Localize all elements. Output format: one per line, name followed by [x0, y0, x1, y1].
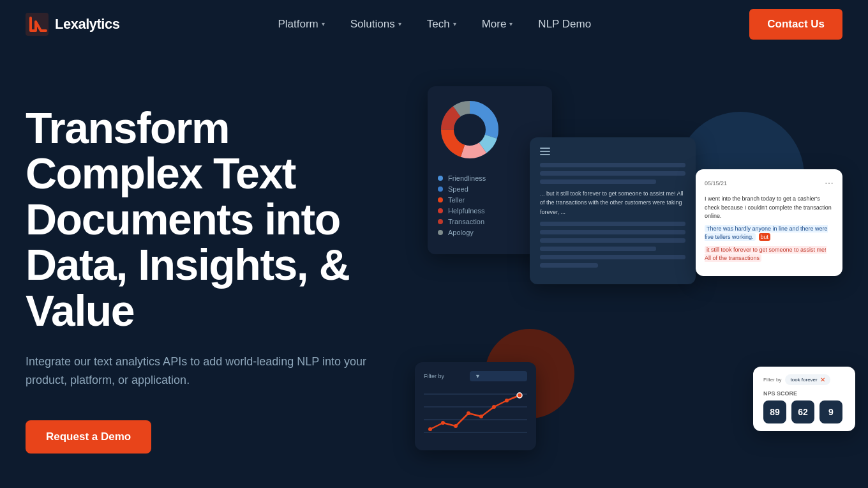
sentiment-text-2: There was hardly anyone in line and ther… — [705, 225, 834, 242]
request-demo-button[interactable]: Request a Demo — [26, 420, 151, 454]
sentiment-text-3: it still took forever to get someone to … — [705, 246, 834, 263]
nps-score-1: 89 — [763, 400, 786, 423]
legend-item: Teller — [438, 196, 542, 204]
legend-item: Helpfulness — [438, 207, 542, 215]
remove-tag-icon[interactable]: ✕ — [820, 376, 825, 383]
line-chart-card: Filter by ▼ — [415, 362, 536, 450]
nav-menu: Platform ▾ Solutions ▾ Tech ▾ More ▾ NLP — [267, 13, 601, 36]
svg-point-19 — [505, 399, 509, 402]
nps-card: Filter by took forever ✕ NPS SCORE 89 62… — [753, 367, 855, 431]
hero-dashboard: Friendliness Speed Teller Helpfulness Tr… — [408, 86, 842, 469]
chevron-down-icon: ▾ — [509, 20, 513, 27]
filter-label: Filter by — [424, 373, 444, 379]
brand-name: Lexalytics — [55, 16, 119, 33]
contact-button[interactable]: Contact Us — [749, 9, 842, 40]
nps-filter-tag[interactable]: took forever ✕ — [785, 374, 830, 385]
svg-point-8 — [456, 116, 484, 144]
chevron-down-icon: ▾ — [398, 20, 401, 27]
donut-chart — [438, 98, 502, 162]
sentiment-header: 05/15/21 ⋯ — [705, 178, 834, 188]
nps-score-2: 62 — [791, 400, 814, 423]
svg-point-18 — [492, 405, 496, 409]
nav-item-more[interactable]: More ▾ — [472, 13, 523, 36]
hero-content: Transform Complex Text Documents into Da… — [26, 86, 408, 454]
filter-bar: Filter by ▼ — [424, 371, 527, 381]
navbar: Lexalytics Platform ▾ Solutions ▾ Tech ▾… — [0, 0, 868, 48]
menu-icon — [540, 148, 550, 155]
svg-point-20 — [517, 393, 522, 398]
nps-filter: Filter by took forever ✕ — [763, 374, 845, 385]
sentiment-card: 05/15/21 ⋯ I went into the branch today … — [696, 169, 842, 276]
svg-point-16 — [467, 411, 470, 415]
legend-item: Transaction — [438, 218, 542, 225]
legend-dot — [438, 176, 443, 181]
nav-item-nlp-demo[interactable]: NLP Demo — [528, 13, 601, 36]
document-text: ... but it still took forever to get som… — [540, 163, 685, 268]
svg-point-14 — [441, 421, 445, 425]
legend-dot — [438, 219, 443, 224]
sentiment-text-1: I went into the branch today to get a ca… — [705, 195, 834, 221]
nav-item-tech[interactable]: Tech ▾ — [417, 13, 467, 36]
svg-point-15 — [454, 424, 458, 428]
more-options-icon[interactable]: ⋯ — [825, 178, 834, 188]
legend-item: Speed — [438, 185, 542, 193]
nav-item-platform[interactable]: Platform ▾ — [267, 13, 334, 36]
nav-item-solutions[interactable]: Solutions ▾ — [340, 13, 412, 36]
donut-legend: Friendliness Speed Teller Helpfulness Tr… — [438, 174, 542, 236]
text-analysis-card: ... but it still took forever to get som… — [530, 137, 696, 284]
legend-item: Friendliness — [438, 174, 542, 182]
legend-dot — [438, 197, 443, 202]
legend-dot — [438, 187, 443, 192]
logo-icon — [26, 13, 49, 36]
legend-item: Apology — [438, 229, 542, 236]
hero-section: Transform Complex Text Documents into Da… — [0, 48, 868, 488]
chevron-down-icon: ▾ — [322, 20, 325, 27]
svg-point-17 — [479, 415, 483, 418]
hero-subtitle: Integrate our text analytics APIs to add… — [26, 353, 396, 390]
legend-dot — [438, 230, 443, 235]
hero-title: Transform Complex Text Documents into Da… — [26, 105, 408, 333]
legend-dot — [438, 208, 443, 213]
nps-score-3: 9 — [819, 400, 842, 423]
svg-point-13 — [428, 427, 432, 431]
line-chart — [424, 388, 527, 439]
logo[interactable]: Lexalytics — [26, 13, 119, 36]
chevron-down-icon: ▾ — [453, 20, 456, 27]
filter-input[interactable]: ▼ — [470, 371, 527, 381]
nps-scores-list: 89 62 9 — [763, 400, 845, 423]
